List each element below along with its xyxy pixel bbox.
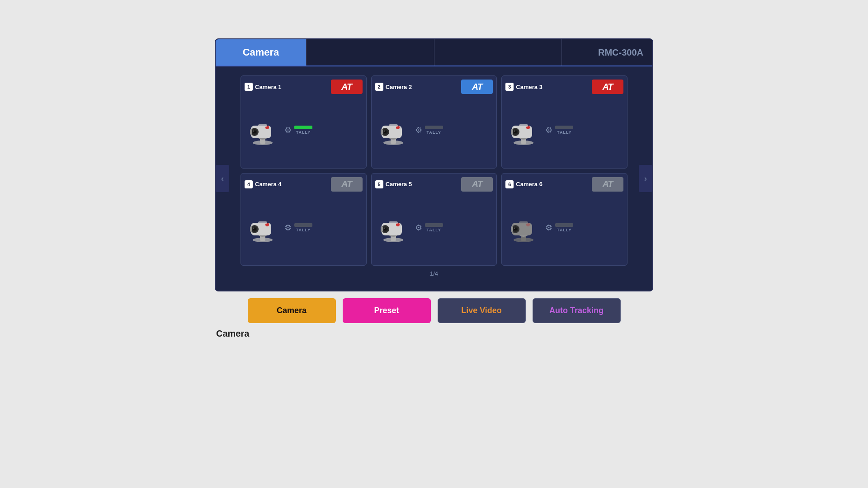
- camera-body-5: ⚙ TALLY: [375, 194, 493, 262]
- tally-section-4: TALLY: [294, 223, 312, 232]
- bottom-nav: Camera Preset Live Video Auto Tracking: [248, 298, 621, 323]
- tally-label-2: TALLY: [426, 130, 441, 135]
- gear-tally-row-4: ⚙ TALLY: [284, 223, 363, 233]
- camera-controls-5: ⚙ TALLY: [415, 223, 493, 233]
- tab-camera[interactable]: Camera: [216, 39, 306, 66]
- camera-title-2: 2 Camera 2: [375, 83, 412, 91]
- tally-bar-3: [555, 126, 573, 129]
- camera-name-5: Camera 5: [386, 181, 412, 188]
- svg-point-62: [514, 228, 515, 229]
- gear-icon-5[interactable]: ⚙: [415, 223, 422, 233]
- gear-icon-2[interactable]: ⚙: [415, 125, 422, 135]
- camera-title-6: 6 Camera 6: [505, 180, 542, 188]
- camera-icon-1: [245, 116, 281, 145]
- camera-button[interactable]: Camera: [248, 298, 336, 323]
- camera-icon-4: [245, 213, 281, 242]
- svg-rect-32: [511, 129, 513, 135]
- tab-3[interactable]: [434, 39, 562, 66]
- svg-point-7: [253, 130, 255, 131]
- camera-card-header-2: 2 Camera 2 AT: [375, 80, 493, 94]
- tally-bar-4: [294, 223, 312, 227]
- at-badge-2[interactable]: AT: [461, 80, 493, 94]
- gear-tally-row-1: ⚙ TALLY: [284, 125, 363, 135]
- camera-card-6[interactable]: 6 Camera 6 AT: [501, 173, 627, 266]
- camera-icon-5: [375, 213, 411, 242]
- camera-card-4[interactable]: 4 Camera 4 AT: [241, 173, 367, 266]
- camera-card-1[interactable]: 1 Camera 1 AT: [241, 75, 367, 169]
- tally-label-1: TALLY: [296, 130, 311, 135]
- page-label: Camera: [216, 328, 249, 339]
- camera-card-header-3: 3 Camera 3 AT: [505, 80, 623, 94]
- gear-icon-1[interactable]: ⚙: [284, 125, 292, 135]
- camera-body-1: ⚙ TALLY: [245, 96, 363, 164]
- svg-point-51: [383, 228, 385, 229]
- at-badge-3[interactable]: AT: [592, 80, 623, 94]
- svg-rect-65: [511, 226, 513, 232]
- live-video-button[interactable]: Live Video: [438, 298, 526, 323]
- page-indicator: 1/4: [225, 268, 643, 279]
- camera-title-4: 4 Camera 4: [245, 180, 282, 188]
- camera-name-1: Camera 1: [255, 84, 282, 90]
- svg-point-40: [253, 228, 255, 229]
- tally-label-3: TALLY: [557, 130, 572, 135]
- tally-section-6: TALLY: [555, 223, 573, 232]
- camera-name-3: Camera 3: [516, 84, 542, 90]
- at-badge-4[interactable]: AT: [331, 177, 363, 192]
- at-badge-5[interactable]: AT: [461, 177, 493, 192]
- camera-number-3: 3: [505, 83, 514, 91]
- camera-controls-2: ⚙ TALLY: [415, 125, 493, 135]
- gear-icon-3[interactable]: ⚙: [545, 125, 552, 135]
- tab-2[interactable]: [306, 39, 434, 66]
- svg-rect-21: [381, 129, 383, 135]
- tally-label-4: TALLY: [296, 228, 311, 232]
- gear-tally-row-3: ⚙ TALLY: [545, 125, 623, 135]
- camera-number-1: 1: [245, 83, 253, 91]
- camera-name-4: Camera 4: [255, 181, 282, 188]
- camera-name-6: Camera 6: [516, 181, 542, 188]
- camera-body-3: ⚙ TALLY: [505, 96, 623, 164]
- camera-controls-6: ⚙ TALLY: [545, 223, 623, 233]
- camera-number-5: 5: [375, 180, 383, 188]
- auto-tracking-button[interactable]: Auto Tracking: [533, 298, 621, 323]
- gear-tally-row-2: ⚙ TALLY: [415, 125, 493, 135]
- nav-arrow-right[interactable]: ›: [639, 165, 652, 192]
- tally-section-2: TALLY: [425, 126, 443, 135]
- svg-rect-31: [519, 124, 528, 127]
- at-badge-1[interactable]: AT: [331, 80, 363, 94]
- tally-bar-1: [294, 126, 312, 129]
- tally-label-6: TALLY: [557, 228, 572, 232]
- camera-card-header-4: 4 Camera 4 AT: [245, 177, 363, 192]
- camera-card-header-6: 6 Camera 6 AT: [505, 177, 623, 192]
- camera-card-header-1: 1 Camera 1 AT: [245, 80, 363, 94]
- gear-tally-row-5: ⚙ TALLY: [415, 223, 493, 233]
- camera-card-3[interactable]: 3 Camera 3 AT: [501, 75, 627, 169]
- tally-bar-6: [555, 223, 573, 227]
- camera-card-5[interactable]: 5 Camera 5 AT: [371, 173, 497, 266]
- svg-rect-64: [519, 221, 528, 224]
- preset-button[interactable]: Preset: [343, 298, 431, 323]
- svg-rect-9: [258, 124, 267, 127]
- camera-title-1: 1 Camera 1: [245, 83, 282, 91]
- camera-controls-3: ⚙ TALLY: [545, 125, 623, 135]
- gear-icon-6[interactable]: ⚙: [545, 223, 552, 233]
- svg-rect-54: [381, 226, 383, 232]
- gear-tally-row-6: ⚙ TALLY: [545, 223, 623, 233]
- tally-bar-5: [425, 223, 443, 227]
- camera-icon-3: [505, 116, 542, 145]
- camera-body-4: ⚙ TALLY: [245, 194, 363, 262]
- camera-title-3: 3 Camera 3: [505, 83, 542, 91]
- model-label: RMC-300A: [562, 39, 652, 66]
- gear-icon-4[interactable]: ⚙: [284, 223, 292, 233]
- camera-card-2[interactable]: 2 Camera 2 AT: [371, 75, 497, 169]
- tally-bar-2: [425, 126, 443, 129]
- camera-body-2: ⚙ TALLY: [375, 96, 493, 164]
- svg-point-29: [514, 130, 515, 131]
- camera-number-6: 6: [505, 180, 514, 188]
- nav-arrow-left[interactable]: ‹: [216, 165, 229, 192]
- tally-section-5: TALLY: [425, 223, 443, 232]
- at-badge-6[interactable]: AT: [592, 177, 623, 192]
- camera-body-6: ⚙ TALLY: [505, 194, 623, 262]
- camera-controls-4: ⚙ TALLY: [284, 223, 363, 233]
- main-content: ‹ 1 Camera 1 AT: [216, 66, 652, 291]
- header: Camera RMC-300A: [216, 39, 652, 66]
